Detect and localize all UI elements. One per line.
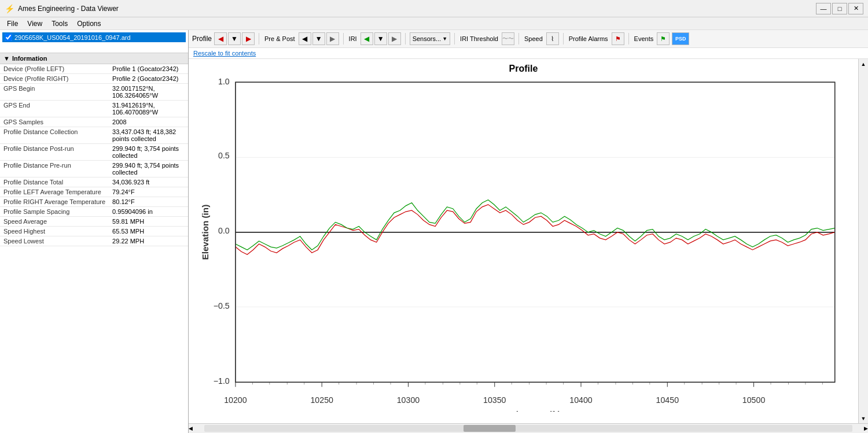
titlebar: ⚡ Ames Engineering - Data Viewer — □ ✕ bbox=[0, 0, 868, 17]
app-icon: ⚡ bbox=[5, 4, 14, 13]
table-row: Profile Distance Post-run299.940 ft; 3,7… bbox=[0, 144, 188, 161]
info-key: Device (Profile LEFT) bbox=[0, 64, 109, 74]
info-value: 59.81 MPH bbox=[109, 217, 188, 227]
info-value: 299.940 ft; 3,754 points collected bbox=[109, 161, 188, 177]
close-button[interactable]: ✕ bbox=[848, 3, 863, 14]
svg-text:0.0: 0.0 bbox=[218, 226, 230, 235]
left-panel: 2905658K_US0054_20191016_0947.ard ▼ Info… bbox=[0, 30, 189, 433]
right-scrollbar: ▲ ▼ bbox=[858, 59, 868, 423]
iri-btn1[interactable]: ◀ bbox=[361, 32, 373, 45]
scroll-down-arrow[interactable]: ▼ bbox=[859, 413, 868, 423]
separator-5 bbox=[518, 33, 519, 45]
pre-post-btn2[interactable]: ▼ bbox=[312, 32, 325, 45]
minimize-button[interactable]: — bbox=[816, 3, 831, 14]
svg-text:10350: 10350 bbox=[483, 395, 506, 405]
svg-text:10500: 10500 bbox=[742, 395, 766, 405]
svg-text:10250: 10250 bbox=[310, 395, 333, 405]
table-row: Profile RIGHT Average Temperature80.12°F bbox=[0, 197, 188, 207]
info-header[interactable]: ▼ Information bbox=[0, 53, 188, 64]
pre-post-btn3[interactable]: ▶ bbox=[326, 32, 339, 45]
info-table: Device (Profile LEFT)Profile 1 (Gocator2… bbox=[0, 64, 188, 246]
svg-text:1.0: 1.0 bbox=[218, 77, 230, 86]
table-row: Profile Distance Collection33,437.043 ft… bbox=[0, 127, 188, 144]
events-label: Events bbox=[633, 35, 655, 42]
speed-label: Speed bbox=[523, 35, 544, 42]
rescale-bar: Rescale to fit contents bbox=[189, 48, 868, 59]
right-panel: Profile ◀ ▼ ▶ Pre & Post ◀ ▼ ▶ IRI ◀ ▼ ▶ bbox=[189, 30, 868, 433]
info-key: Profile Distance Collection bbox=[0, 127, 109, 144]
table-row: Speed Lowest29.22 MPH bbox=[0, 236, 188, 246]
scroll-right-arrow[interactable]: ▶ bbox=[864, 424, 868, 434]
iri-buttons: ◀ ▼ ▶ bbox=[361, 32, 401, 45]
table-row: Profile LEFT Average Temperature79.24°F bbox=[0, 187, 188, 197]
profile-prev-btn[interactable]: ◀ bbox=[214, 32, 227, 45]
bottom-scrollbar: ◀ ▶ bbox=[189, 423, 868, 433]
pre-post-buttons: ◀ ▼ ▶ bbox=[299, 32, 339, 45]
table-row: GPS End31.9412619°N, 106.4070089°W bbox=[0, 101, 188, 117]
info-key: Profile Sample Spacing bbox=[0, 207, 109, 217]
info-key: Profile Distance Pre-run bbox=[0, 161, 109, 177]
menu-file[interactable]: File bbox=[2, 18, 23, 29]
menu-tools[interactable]: Tools bbox=[47, 18, 72, 29]
file-item[interactable]: 2905658K_US0054_20191016_0947.ard bbox=[2, 32, 186, 42]
chart-svg: 1.0 0.5 0.0 −0.5 −1.0 bbox=[200, 76, 847, 412]
rescale-link[interactable]: Rescale to fit contents bbox=[193, 50, 256, 57]
table-row: GPS Samples2008 bbox=[0, 117, 188, 127]
info-value: 31.9412619°N, 106.4070089°W bbox=[109, 101, 188, 117]
separator-6 bbox=[563, 33, 564, 45]
menu-options[interactable]: Options bbox=[72, 18, 105, 29]
info-value: 0.95904096 in bbox=[109, 207, 188, 217]
pre-post-label: Pre & Post bbox=[263, 35, 296, 42]
table-row: Device (Profile LEFT)Profile 1 (Gocator2… bbox=[0, 64, 188, 74]
table-row: GPS Begin32.0017152°N, 106.3264065°W bbox=[0, 84, 188, 101]
scroll-track-v[interactable] bbox=[859, 69, 868, 413]
scroll-track-h[interactable] bbox=[204, 425, 852, 432]
sensors-dropdown[interactable]: Sensors... ▼ bbox=[410, 32, 450, 45]
file-checkbox[interactable] bbox=[5, 34, 12, 41]
info-key: Speed Highest bbox=[0, 227, 109, 236]
info-section: ▼ Information Device (Profile LEFT)Profi… bbox=[0, 53, 188, 433]
profile-next-btn[interactable]: ▶ bbox=[242, 32, 255, 45]
sensors-dropdown-arrow: ▼ bbox=[442, 36, 447, 42]
svg-text:Elevation (in): Elevation (in) bbox=[200, 205, 210, 260]
info-key: GPS Samples bbox=[0, 117, 109, 127]
scroll-up-arrow[interactable]: ▲ bbox=[859, 59, 868, 69]
info-key: Speed Lowest bbox=[0, 236, 109, 246]
info-value: 65.53 MPH bbox=[109, 227, 188, 236]
sensors-label: Sensors... bbox=[413, 35, 442, 42]
iri-threshold-label: IRI Threshold bbox=[459, 35, 499, 42]
file-name: 2905658K_US0054_20191016_0947.ard bbox=[14, 34, 131, 41]
table-row: Profile Distance Total34,036.923 ft bbox=[0, 177, 188, 187]
info-key: Profile Distance Total bbox=[0, 177, 109, 187]
info-collapse-icon: ▼ bbox=[3, 55, 10, 62]
info-key: Speed Average bbox=[0, 217, 109, 227]
psd-btn[interactable]: PSD bbox=[672, 32, 689, 45]
iri-btn3[interactable]: ▶ bbox=[388, 32, 401, 45]
file-list: 2905658K_US0054_20191016_0947.ard bbox=[0, 30, 188, 53]
scroll-left-arrow[interactable]: ◀ bbox=[189, 424, 193, 434]
speed-icon[interactable]: ⌇ bbox=[546, 32, 559, 45]
iri-label: IRI bbox=[348, 35, 358, 42]
toolbar: Profile ◀ ▼ ▶ Pre & Post ◀ ▼ ▶ IRI ◀ ▼ ▶ bbox=[189, 30, 868, 48]
scroll-thumb[interactable] bbox=[464, 425, 516, 432]
profile-alarms-icon[interactable]: ⚑ bbox=[612, 32, 624, 45]
info-value: 34,036.923 ft bbox=[109, 177, 188, 187]
table-row: Speed Average59.81 MPH bbox=[0, 217, 188, 227]
maximize-button[interactable]: □ bbox=[832, 3, 847, 14]
iri-threshold-icon[interactable]: 〜〜 bbox=[502, 32, 514, 45]
profile-alarms-label: Profile Alarms bbox=[568, 35, 609, 42]
events-icon[interactable]: ⚑ bbox=[657, 32, 670, 45]
table-row: Profile Sample Spacing0.95904096 in bbox=[0, 207, 188, 217]
info-value: 29.22 MPH bbox=[109, 236, 188, 246]
main-layout: 2905658K_US0054_20191016_0947.ard ▼ Info… bbox=[0, 30, 868, 433]
info-value: 33,437.043 ft; 418,382 points collected bbox=[109, 127, 188, 144]
chart-title: Profile bbox=[189, 59, 858, 76]
svg-text:−1.0: −1.0 bbox=[214, 376, 230, 386]
menu-view[interactable]: View bbox=[23, 18, 47, 29]
info-key: GPS Begin bbox=[0, 84, 109, 101]
iri-btn2[interactable]: ▼ bbox=[374, 32, 387, 45]
separator-7 bbox=[628, 33, 629, 45]
profile-down-btn[interactable]: ▼ bbox=[228, 32, 241, 45]
pre-post-btn1[interactable]: ◀ bbox=[299, 32, 311, 45]
info-value: 80.12°F bbox=[109, 197, 188, 207]
